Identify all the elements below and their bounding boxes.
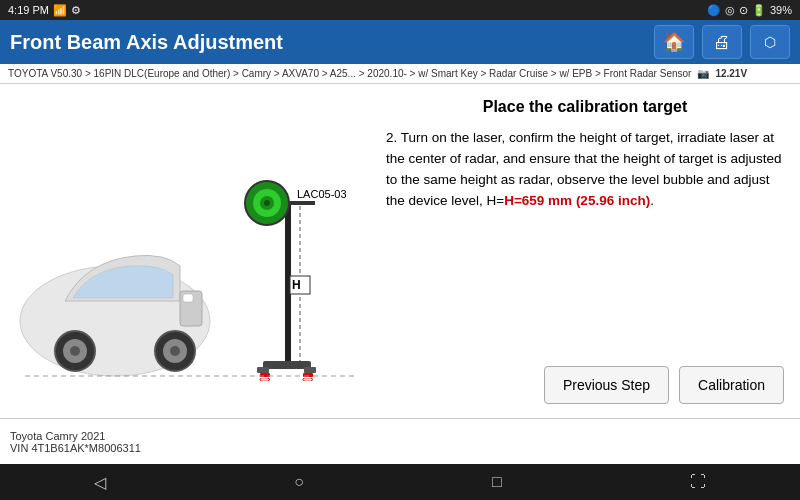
svg-point-8 [70, 346, 80, 356]
home-icon: 🏠 [663, 31, 685, 53]
status-bar: 4:19 PM 📶 ⚙ 🔵 ◎ ⊙ 🔋 39% [0, 0, 800, 20]
back-button[interactable]: ◁ [94, 473, 106, 492]
measurement-value: 659 mm (25.96 inch) [522, 193, 650, 208]
breadcrumb: TOYOTA V50.30 > 16PIN DLC(Europe and Oth… [0, 64, 800, 84]
previous-step-button[interactable]: Previous Step [544, 366, 669, 404]
expand-button[interactable]: ⛶ [690, 473, 706, 491]
recents-button[interactable]: □ [492, 473, 502, 491]
export-icon: ⬡ [764, 34, 776, 50]
export-button[interactable]: ⬡ [750, 25, 790, 59]
header: Front Beam Axis Adjustment 🏠 🖨 ⬡ [0, 20, 800, 64]
instruction-body: 2. Turn on the laser, confirm the height… [386, 128, 784, 212]
extra-icon: ⚙ [71, 4, 81, 17]
print-button[interactable]: 🖨 [702, 25, 742, 59]
voltage-display: 12.21V [715, 68, 747, 79]
vin-number: VIN 4T1B61AK*M8006311 [10, 442, 790, 454]
calibration-button[interactable]: Calibration [679, 366, 784, 404]
instruction-title: Place the calibration target [386, 98, 784, 116]
calibration-diagram: LAC05-03 H ⟺ ⟺ [5, 91, 365, 411]
vehicle-name: Toyota Camry 2021 [10, 430, 790, 442]
bluetooth-icon: 🔵 [707, 4, 721, 17]
status-right: 🔵 ◎ ⊙ 🔋 39% [707, 4, 792, 17]
instruction-panel: Place the calibration target 2. Turn on … [370, 84, 800, 418]
camera-icon: 📷 [697, 68, 709, 79]
time: 4:19 PM [8, 4, 49, 16]
signal-icon: 📶 [53, 4, 67, 17]
button-row: Previous Step Calibration [386, 354, 784, 404]
step-number: 2. [386, 130, 397, 145]
page-title: Front Beam Axis Adjustment [10, 31, 283, 54]
svg-point-14 [264, 200, 270, 206]
home-nav-button[interactable]: ○ [294, 473, 304, 491]
print-icon: 🖨 [713, 32, 731, 53]
svg-rect-21 [304, 367, 316, 373]
wifi-icon: ⊙ [739, 4, 748, 17]
svg-rect-20 [257, 367, 269, 373]
breadcrumb-text: TOYOTA V50.30 > 16PIN DLC(Europe and Oth… [8, 68, 691, 79]
bottom-nav: ◁ ○ □ ⛶ [0, 464, 800, 500]
status-left: 4:19 PM 📶 ⚙ [8, 4, 81, 17]
battery-icon: 🔋 [752, 4, 766, 17]
gps-icon: ◎ [725, 4, 735, 17]
main-content: LAC05-03 H ⟺ ⟺ Place the calibration tar… [0, 84, 800, 418]
svg-rect-2 [183, 294, 193, 302]
svg-text:LAC05-03: LAC05-03 [297, 188, 347, 200]
highlight-measurement: H=659 mm (25.96 inch) [504, 193, 650, 208]
svg-point-5 [170, 346, 180, 356]
diagram-panel: LAC05-03 H ⟺ ⟺ [0, 84, 370, 418]
highlight-h-label: H= [504, 193, 522, 208]
battery-percent: 39% [770, 4, 792, 16]
instruction-text-after: . [650, 193, 654, 208]
footer: Toyota Camry 2021 VIN 4T1B61AK*M8006311 [0, 418, 800, 464]
header-icons: 🏠 🖨 ⬡ [654, 25, 790, 59]
home-button[interactable]: 🏠 [654, 25, 694, 59]
svg-text:H: H [292, 278, 301, 292]
svg-rect-19 [263, 361, 311, 369]
